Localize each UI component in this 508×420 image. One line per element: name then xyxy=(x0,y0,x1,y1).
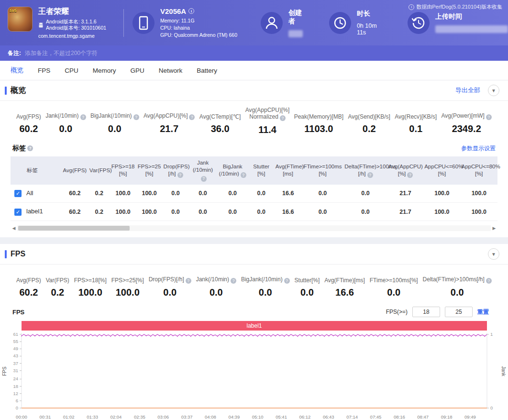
fps-stat-10: Delta(FTime)>100ms[/h]?0.0 xyxy=(423,270,492,298)
info-icon[interactable]: ? xyxy=(284,278,290,284)
stat-label: Avg(Recv)[KB/s] xyxy=(395,107,437,120)
table-cell: 0.0 xyxy=(302,185,344,203)
table-horizontal-scrollbar[interactable]: ◀ ▶ xyxy=(11,225,497,232)
reset-button[interactable]: 重置 xyxy=(477,308,489,316)
info-icon[interactable]: ? xyxy=(367,172,373,178)
svg-text:FPS: FPS xyxy=(2,366,7,376)
table-cell: 60.2 xyxy=(61,185,88,203)
svg-text:08:16: 08:16 xyxy=(394,414,405,420)
stat-label: FPS>=25[%] xyxy=(111,270,144,284)
tab-Memory[interactable]: Memory xyxy=(93,67,116,74)
row-checkbox[interactable]: ✓ xyxy=(14,190,22,197)
stat-value: 60.2 xyxy=(16,123,41,134)
collapse-overview-button[interactable]: ▼ xyxy=(488,85,499,96)
column-header: Jank(/10min)? xyxy=(189,156,217,185)
fps-threshold-input-2[interactable] xyxy=(445,307,473,317)
svg-text:04:39: 04:39 xyxy=(228,414,240,420)
collapse-fps-button[interactable]: ▼ xyxy=(488,248,499,260)
tab-概览[interactable]: 概览 xyxy=(11,66,23,75)
section-accent-bar xyxy=(5,87,7,95)
section-gap xyxy=(0,237,508,244)
table-cell: 100.0 xyxy=(110,185,136,203)
note-label: 备注: xyxy=(8,49,21,57)
scrollbar-track[interactable] xyxy=(17,225,491,231)
table-cell: 0.0 xyxy=(163,185,189,203)
info-icon[interactable]: ? xyxy=(486,114,492,120)
stat-value: 0.0 xyxy=(149,287,191,298)
scroll-left-arrow-icon[interactable]: ◀ xyxy=(11,226,17,231)
info-icon[interactable]: ? xyxy=(201,176,207,182)
svg-text:09:18: 09:18 xyxy=(441,414,453,420)
stat-value: 0.2 xyxy=(348,123,390,134)
column-header: BigJank(/10min)? xyxy=(217,156,248,185)
column-header: FPS>=25[%] xyxy=(136,156,163,185)
overview-stat-0: Avg(FPS)60.2 xyxy=(16,107,41,135)
scrollbar-thumb[interactable] xyxy=(18,226,130,231)
export-all-link[interactable]: 导出全部 xyxy=(455,86,480,95)
fps-stat-6: BigJank(/10min)?0.0 xyxy=(241,270,290,298)
creator-label: 创建者 xyxy=(288,9,306,26)
column-header: 标签 xyxy=(11,156,61,185)
svg-text:00:31: 00:31 xyxy=(39,414,51,420)
duration-value: 0h 10m 11s xyxy=(357,22,385,36)
android-version-code: Android版本号: 301010601 xyxy=(46,25,106,31)
stat-value: 100.0 xyxy=(111,287,144,298)
stat-value: 1103.0 xyxy=(294,123,343,134)
table-cell: 60.2 xyxy=(61,203,88,221)
tab-GPU[interactable]: GPU xyxy=(131,67,144,74)
stat-label: Avg(CTemp)[℃] xyxy=(199,107,241,120)
stat-value: 100.0 xyxy=(74,287,107,298)
fps-threshold-input-1[interactable] xyxy=(412,307,440,317)
table-cell: 0.2 xyxy=(88,185,110,203)
creator-value-redacted xyxy=(288,30,303,37)
fps-chart-svg: 061218243137434955610100:0000:3101:0201:… xyxy=(0,331,508,420)
info-icon[interactable]: ? xyxy=(186,278,191,284)
column-header: Avg(FTime)[ms] xyxy=(275,156,302,185)
tab-bar: 概览FPSCPUMemoryGPUNetworkBattery xyxy=(0,61,508,80)
stat-value: 0.0 xyxy=(295,287,320,298)
device-memory: Memory: 11.1G xyxy=(160,17,237,24)
info-icon[interactable]: ? xyxy=(486,278,492,284)
fps-stat-4: Drop(FPS)[/h]?0.0 xyxy=(149,270,191,298)
param-display-settings-link[interactable]: 参数显示设置 xyxy=(461,144,496,153)
overview-stat-2: BigJank(/10min)?0.0 xyxy=(90,107,139,135)
tab-CPU[interactable]: CPU xyxy=(65,67,78,74)
svg-text:37: 37 xyxy=(13,361,18,366)
fps-chart[interactable]: 061218243137434955610100:0000:3101:0201:… xyxy=(0,331,508,420)
overview-stat-3: Avg(AppCPU)[%]?21.7 xyxy=(144,107,195,135)
info-icon[interactable]: ? xyxy=(133,114,139,120)
app-package: com.tencent.tmgp.sgame xyxy=(38,33,106,39)
row-label: label1 xyxy=(26,208,43,215)
labels-title: 标签 xyxy=(12,144,26,153)
info-icon[interactable]: ? xyxy=(407,172,413,178)
device-info-icon[interactable]: i xyxy=(188,8,194,14)
labels-info-icon[interactable]: ? xyxy=(27,145,33,151)
info-icon[interactable]: ? xyxy=(280,115,286,121)
note-input[interactable]: 备注: 添加备注，不超过200个字符 xyxy=(0,45,508,61)
svg-text:06:43: 06:43 xyxy=(323,414,334,420)
svg-text:12: 12 xyxy=(13,391,18,396)
table-row-label1: ✓label160.20.2100.0100.00.00.00.00.016.6… xyxy=(11,203,497,221)
row-checkbox[interactable]: ✓ xyxy=(14,209,22,216)
info-icon[interactable]: ? xyxy=(177,172,183,178)
stat-label: FPS>=18[%] xyxy=(74,270,107,284)
scroll-right-arrow-icon[interactable]: ▶ xyxy=(491,226,497,231)
fps-section: FPS ▼ Avg(FPS)60.2Var(FPS)0.2FPS>=18[%]1… xyxy=(0,244,508,420)
tab-Battery[interactable]: Battery xyxy=(197,67,217,74)
info-icon[interactable]: ? xyxy=(231,278,236,284)
svg-text:07:14: 07:14 xyxy=(346,414,358,420)
svg-text:03:06: 03:06 xyxy=(157,414,169,420)
fps-threshold-label: FPS(>=) xyxy=(386,309,408,315)
info-icon[interactable]: ? xyxy=(241,172,246,178)
svg-text:00:00: 00:00 xyxy=(16,414,27,420)
info-icon[interactable]: ? xyxy=(80,114,86,120)
stat-value: 0.0 xyxy=(90,123,139,134)
table-cell: 0.0 xyxy=(217,203,248,221)
table-cell: 100.0 xyxy=(423,185,460,203)
tab-FPS[interactable]: FPS xyxy=(38,67,50,74)
info-icon[interactable]: ? xyxy=(189,114,195,120)
overview-stat-4: Avg(CTemp)[℃]36.0 xyxy=(199,107,241,135)
device-icon xyxy=(133,12,155,34)
tab-Network[interactable]: Network xyxy=(159,67,183,74)
fps-stat-3: FPS>=25[%]100.0 xyxy=(111,270,144,298)
